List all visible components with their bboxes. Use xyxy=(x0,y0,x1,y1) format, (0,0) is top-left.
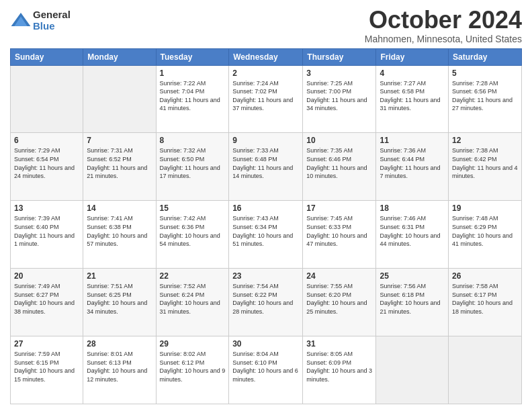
day-number: 5 xyxy=(452,68,518,78)
day-info: Sunrise: 7:51 AM Sunset: 6:25 PM Dayligh… xyxy=(87,282,152,316)
week-row-4: 20Sunrise: 7:49 AM Sunset: 6:27 PM Dayli… xyxy=(11,269,522,336)
header-sunday: Sunday xyxy=(11,48,83,65)
day-number: 19 xyxy=(452,203,518,213)
day-info: Sunrise: 7:28 AM Sunset: 6:56 PM Dayligh… xyxy=(452,79,518,113)
calendar-cell: 17Sunrise: 7:45 AM Sunset: 6:33 PM Dayli… xyxy=(303,201,376,269)
logo-icon xyxy=(10,10,32,32)
calendar-cell: 30Sunrise: 8:04 AM Sunset: 6:10 PM Dayli… xyxy=(229,336,303,404)
day-number: 12 xyxy=(452,136,518,145)
day-number: 14 xyxy=(87,203,152,213)
day-number: 17 xyxy=(306,203,372,213)
calendar-cell: 19Sunrise: 7:48 AM Sunset: 6:29 PM Dayli… xyxy=(449,201,522,269)
day-info: Sunrise: 7:56 AM Sunset: 6:18 PM Dayligh… xyxy=(380,282,445,316)
day-info: Sunrise: 7:33 AM Sunset: 6:48 PM Dayligh… xyxy=(232,146,299,180)
day-number: 10 xyxy=(306,136,372,145)
calendar-cell: 4Sunrise: 7:27 AM Sunset: 6:58 PM Daylig… xyxy=(376,65,449,133)
calendar-cell: 10Sunrise: 7:35 AM Sunset: 6:46 PM Dayli… xyxy=(303,133,376,201)
calendar-cell xyxy=(83,65,156,133)
day-info: Sunrise: 7:46 AM Sunset: 6:31 PM Dayligh… xyxy=(380,214,445,248)
calendar-cell: 16Sunrise: 7:43 AM Sunset: 6:34 PM Dayli… xyxy=(229,201,303,269)
day-info: Sunrise: 7:58 AM Sunset: 6:17 PM Dayligh… xyxy=(452,282,518,316)
day-number: 22 xyxy=(160,271,226,281)
day-number: 3 xyxy=(306,68,372,78)
day-info: Sunrise: 7:35 AM Sunset: 6:46 PM Dayligh… xyxy=(306,146,372,180)
calendar-cell: 8Sunrise: 7:32 AM Sunset: 6:50 PM Daylig… xyxy=(156,133,229,201)
day-info: Sunrise: 7:29 AM Sunset: 6:54 PM Dayligh… xyxy=(14,146,79,180)
location: Mahnomen, Minnesota, United States xyxy=(365,34,522,44)
calendar-cell: 1Sunrise: 7:22 AM Sunset: 7:04 PM Daylig… xyxy=(156,65,229,133)
header-thursday: Thursday xyxy=(303,48,376,65)
day-number: 11 xyxy=(380,136,445,145)
calendar-cell: 22Sunrise: 7:52 AM Sunset: 6:24 PM Dayli… xyxy=(156,269,229,336)
day-info: Sunrise: 7:25 AM Sunset: 7:00 PM Dayligh… xyxy=(306,79,372,113)
calendar-body: 1Sunrise: 7:22 AM Sunset: 7:04 PM Daylig… xyxy=(11,65,522,404)
header-row: Sunday Monday Tuesday Wednesday Thursday… xyxy=(11,48,522,65)
calendar-cell: 29Sunrise: 8:02 AM Sunset: 6:12 PM Dayli… xyxy=(156,336,229,404)
calendar-cell: 18Sunrise: 7:46 AM Sunset: 6:31 PM Dayli… xyxy=(376,201,449,269)
calendar-cell: 13Sunrise: 7:39 AM Sunset: 6:40 PM Dayli… xyxy=(11,201,83,269)
day-info: Sunrise: 7:36 AM Sunset: 6:44 PM Dayligh… xyxy=(380,146,445,180)
day-info: Sunrise: 7:43 AM Sunset: 6:34 PM Dayligh… xyxy=(232,214,299,248)
day-number: 25 xyxy=(380,271,445,281)
day-info: Sunrise: 7:52 AM Sunset: 6:24 PM Dayligh… xyxy=(160,282,226,316)
day-info: Sunrise: 8:01 AM Sunset: 6:13 PM Dayligh… xyxy=(87,350,152,383)
calendar-cell: 31Sunrise: 8:05 AM Sunset: 6:09 PM Dayli… xyxy=(303,336,376,404)
day-info: Sunrise: 7:32 AM Sunset: 6:50 PM Dayligh… xyxy=(160,146,226,180)
week-row-5: 27Sunrise: 7:59 AM Sunset: 6:15 PM Dayli… xyxy=(11,336,522,404)
logo-general: General xyxy=(33,9,71,21)
day-info: Sunrise: 7:55 AM Sunset: 6:20 PM Dayligh… xyxy=(306,282,372,316)
day-info: Sunrise: 8:05 AM Sunset: 6:09 PM Dayligh… xyxy=(306,350,372,383)
day-number: 2 xyxy=(232,68,299,78)
day-number: 1 xyxy=(160,68,226,78)
week-row-1: 1Sunrise: 7:22 AM Sunset: 7:04 PM Daylig… xyxy=(11,65,522,133)
calendar-cell: 7Sunrise: 7:31 AM Sunset: 6:52 PM Daylig… xyxy=(83,133,156,201)
header: General Blue October 2024 Mahnomen, Minn… xyxy=(10,7,522,44)
title-section: October 2024 Mahnomen, Minnesota, United… xyxy=(365,7,522,44)
calendar-cell: 20Sunrise: 7:49 AM Sunset: 6:27 PM Dayli… xyxy=(11,269,83,336)
logo: General Blue xyxy=(10,9,71,32)
day-info: Sunrise: 7:38 AM Sunset: 6:42 PM Dayligh… xyxy=(452,146,518,180)
day-number: 30 xyxy=(232,339,299,349)
day-number: 9 xyxy=(232,136,299,145)
day-number: 13 xyxy=(14,203,79,213)
calendar-cell: 25Sunrise: 7:56 AM Sunset: 6:18 PM Dayli… xyxy=(376,269,449,336)
day-number: 16 xyxy=(232,203,299,213)
day-number: 24 xyxy=(306,271,372,281)
day-info: Sunrise: 7:24 AM Sunset: 7:02 PM Dayligh… xyxy=(232,79,299,113)
day-info: Sunrise: 7:54 AM Sunset: 6:22 PM Dayligh… xyxy=(232,282,299,316)
calendar-cell: 2Sunrise: 7:24 AM Sunset: 7:02 PM Daylig… xyxy=(229,65,303,133)
day-info: Sunrise: 8:04 AM Sunset: 6:10 PM Dayligh… xyxy=(232,350,299,383)
header-friday: Friday xyxy=(376,48,449,65)
day-info: Sunrise: 7:49 AM Sunset: 6:27 PM Dayligh… xyxy=(14,282,79,316)
calendar-cell: 5Sunrise: 7:28 AM Sunset: 6:56 PM Daylig… xyxy=(449,65,522,133)
day-info: Sunrise: 7:27 AM Sunset: 6:58 PM Dayligh… xyxy=(380,79,445,113)
day-info: Sunrise: 7:22 AM Sunset: 7:04 PM Dayligh… xyxy=(160,79,226,113)
month-title: October 2024 xyxy=(365,7,522,34)
day-number: 31 xyxy=(306,339,372,349)
header-monday: Monday xyxy=(83,48,156,65)
day-number: 28 xyxy=(87,339,152,349)
calendar-cell xyxy=(11,65,83,133)
header-wednesday: Wednesday xyxy=(229,48,303,65)
calendar-cell xyxy=(376,336,449,404)
day-info: Sunrise: 7:42 AM Sunset: 6:36 PM Dayligh… xyxy=(160,214,226,248)
calendar-cell: 26Sunrise: 7:58 AM Sunset: 6:17 PM Dayli… xyxy=(449,269,522,336)
calendar-cell: 9Sunrise: 7:33 AM Sunset: 6:48 PM Daylig… xyxy=(229,133,303,201)
day-info: Sunrise: 7:48 AM Sunset: 6:29 PM Dayligh… xyxy=(452,214,518,248)
week-row-3: 13Sunrise: 7:39 AM Sunset: 6:40 PM Dayli… xyxy=(11,201,522,269)
calendar-cell: 27Sunrise: 7:59 AM Sunset: 6:15 PM Dayli… xyxy=(11,336,83,404)
calendar-cell: 21Sunrise: 7:51 AM Sunset: 6:25 PM Dayli… xyxy=(83,269,156,336)
logo-blue: Blue xyxy=(33,21,71,32)
day-info: Sunrise: 7:45 AM Sunset: 6:33 PM Dayligh… xyxy=(306,214,372,248)
calendar-cell xyxy=(449,336,522,404)
week-row-2: 6Sunrise: 7:29 AM Sunset: 6:54 PM Daylig… xyxy=(11,133,522,201)
calendar-header: Sunday Monday Tuesday Wednesday Thursday… xyxy=(11,48,522,65)
header-tuesday: Tuesday xyxy=(156,48,229,65)
day-number: 6 xyxy=(14,136,79,145)
calendar-cell: 28Sunrise: 8:01 AM Sunset: 6:13 PM Dayli… xyxy=(83,336,156,404)
day-info: Sunrise: 7:39 AM Sunset: 6:40 PM Dayligh… xyxy=(14,214,79,248)
day-number: 4 xyxy=(380,68,445,78)
day-number: 29 xyxy=(160,339,226,349)
day-number: 26 xyxy=(452,271,518,281)
day-info: Sunrise: 7:59 AM Sunset: 6:15 PM Dayligh… xyxy=(14,350,79,383)
